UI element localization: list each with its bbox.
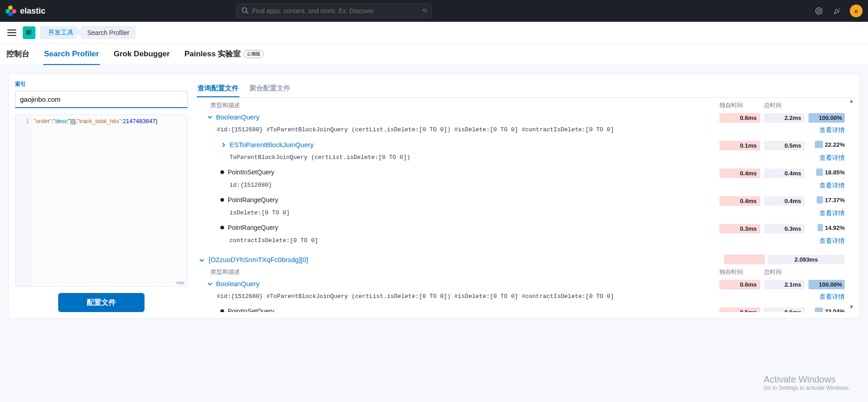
self-time: 0.1ms <box>719 141 760 150</box>
query-row: PointRangeQuery0.4ms0.4ms17.37%isDelete:… <box>197 194 845 219</box>
total-time: 0.4ms <box>764 169 805 178</box>
beta-badge: 公测版 <box>244 50 264 58</box>
chevron-right-icon[interactable] <box>220 142 228 148</box>
tab-painless-label: Painless 实验室 <box>185 49 241 59</box>
bullet-icon <box>220 198 224 202</box>
total-time: 0.3ms <box>764 224 805 233</box>
tab-grok[interactable]: Grok Debugger <box>113 44 171 65</box>
pct-value: 18.85% <box>808 169 845 176</box>
query-row: PointInSetQuery0.4ms0.4ms18.85%id:{15126… <box>197 167 845 192</box>
global-search[interactable]: ^/ <box>236 4 432 18</box>
query-desc: contractIsDelete:[0 TO 0] <box>197 237 716 244</box>
svg-point-2 <box>816 8 822 14</box>
col-total-header: 总时间 <box>764 268 805 276</box>
breadcrumb-current: Search Profiler <box>77 26 136 40</box>
col-self-header: 独自时间 <box>719 268 760 276</box>
profile-button[interactable]: 配置文件 <box>58 293 145 312</box>
svg-point-3 <box>818 10 820 12</box>
search-icon <box>241 7 249 15</box>
bullet-icon <box>220 170 224 174</box>
tab-painless[interactable]: Painless 实验室 公测版 <box>184 43 265 65</box>
avatar[interactable]: e <box>850 5 863 17</box>
query-editor[interactable]: 1 "order":"desc"}}],"track_total_hits":2… <box>15 114 188 287</box>
rows-container: BooleanQuery0.6ms2.2ms100.00%#id:{151268… <box>197 111 845 247</box>
result-tabs: 查询配置文件 聚合配置文件 <box>197 80 853 98</box>
query-name: PointInSetQuery <box>226 169 274 176</box>
chevron-down-icon[interactable] <box>207 281 214 287</box>
view-detail-link[interactable]: 查看详情 <box>819 154 845 161</box>
query-desc: id:{1512680} <box>197 182 716 189</box>
breadcrumb-devtools[interactable]: 开发工具 <box>40 26 80 40</box>
profiler-panel: 索引 1 "order":"desc"}}],"track_total_hits… <box>8 74 860 319</box>
view-detail-link[interactable]: 查看详情 <box>819 293 845 300</box>
shard-name[interactable]: [O2zuoDYhSnmTXqFc0brsdg][0] <box>209 256 308 263</box>
breadcrumb-bar: 默 开发工具 Search Profiler <box>0 22 868 44</box>
breadcrumb: 开发工具 Search Profiler <box>40 26 136 40</box>
pct-value: 100.00% <box>808 113 845 123</box>
nav-toggle-icon[interactable] <box>5 26 18 39</box>
column-headers: 类型和描述 独自时间 总时间 <box>197 99 845 111</box>
total-time: 2.1ms <box>764 280 805 289</box>
pct-value: 100.00% <box>808 280 845 289</box>
self-time: 0.4ms <box>719 169 760 178</box>
shard-time: 2.093ms <box>768 255 845 264</box>
logo[interactable]: elastic <box>5 5 45 16</box>
shard-row: [O2zuoDYhSnmTXqFc0brsdg][0] 2.093ms <box>197 250 845 266</box>
subnav: 控制台 Search Profiler Grok Debugger Painle… <box>0 44 868 65</box>
query-desc: isDelete:[0 TO 0] <box>197 209 716 216</box>
view-detail-link[interactable]: 查看详情 <box>819 182 845 189</box>
chevron-down-icon[interactable] <box>207 114 214 120</box>
query-row: ESToParentBlockJoinQuery0.1ms0.5ms22.22%… <box>197 139 845 164</box>
col-type-header: 类型和描述 <box>197 268 716 276</box>
query-desc: #id:{1512680} #ToParentBlockJoinQuery (c… <box>197 293 716 300</box>
left-column: 索引 1 "order":"desc"}}],"track_total_hits… <box>15 80 188 312</box>
total-time: 2.2ms <box>764 113 805 123</box>
self-time: 0.6ms <box>719 280 760 289</box>
col-self-header: 独自时间 <box>719 101 760 109</box>
brand-text: elastic <box>20 6 45 16</box>
column-headers-2: 类型和描述 独自时间 总时间 <box>197 266 845 278</box>
tab-console[interactable]: 控制台 <box>5 43 30 65</box>
top-header: elastic ^/ e <box>0 0 868 22</box>
self-time: 0.3ms <box>719 224 760 233</box>
tab-query-profile[interactable]: 查询配置文件 <box>197 80 239 97</box>
query-desc: #id:{1512680} #ToParentBlockJoinQuery (c… <box>197 126 716 133</box>
space-badge[interactable]: 默 <box>23 26 35 39</box>
pct-value: 22.22% <box>808 141 845 148</box>
main-content: 索引 1 "order":"desc"}}],"track_total_hits… <box>0 65 868 402</box>
header-right: e <box>813 5 863 17</box>
shard-bar <box>724 254 765 264</box>
svg-line-1 <box>246 12 248 14</box>
query-desc: ToParentBlockJoinQuery (certList.isDelet… <box>197 154 716 161</box>
results-area: ▴ ▾ 类型和描述 独自时间 总时间 BooleanQuery0.6ms2.2m… <box>197 99 853 312</box>
tab-search-profiler[interactable]: Search Profiler <box>43 44 100 65</box>
search-shortcut: ^/ <box>423 8 427 14</box>
col-total-header: 总时间 <box>764 101 805 109</box>
scroll-down-icon[interactable]: ▾ <box>850 303 853 310</box>
editor-gutter: 1 <box>15 115 32 286</box>
total-time: 0.5ms <box>764 141 805 150</box>
self-time: 0.6ms <box>719 113 760 123</box>
chevron-down-icon[interactable] <box>199 257 206 263</box>
pct-value: 14.92% <box>808 224 845 231</box>
newsfeed-icon[interactable] <box>813 5 824 16</box>
query-name[interactable]: BooleanQuery <box>214 280 259 288</box>
tab-agg-profile[interactable]: 聚合配置文件 <box>249 80 291 97</box>
query-row: PointRangeQuery0.3ms0.3ms14.92%contractI… <box>197 222 845 247</box>
view-detail-link[interactable]: 查看详情 <box>819 209 845 217</box>
editor-content[interactable]: "order":"desc"}}],"track_total_hits":214… <box>32 115 187 286</box>
bullet-icon <box>220 309 224 312</box>
view-detail-link[interactable]: 查看详情 <box>819 237 845 244</box>
view-detail-link[interactable]: 查看详情 <box>819 126 845 134</box>
query-name: PointInSetQuery <box>226 308 274 312</box>
col-type-header: 类型和描述 <box>197 101 716 109</box>
resize-handle[interactable] <box>176 282 185 284</box>
query-name[interactable]: ESToParentBlockJoinQuery <box>228 141 314 149</box>
global-search-input[interactable] <box>252 7 419 15</box>
index-input[interactable] <box>15 91 188 108</box>
pct-value: 23.04% <box>808 308 845 312</box>
query-name[interactable]: BooleanQuery <box>214 113 259 121</box>
scroll-up-icon[interactable]: ▴ <box>850 99 853 104</box>
query-row: BooleanQuery0.6ms2.1ms100.00%#id:{151268… <box>197 278 845 303</box>
celebrate-icon[interactable] <box>832 5 843 16</box>
